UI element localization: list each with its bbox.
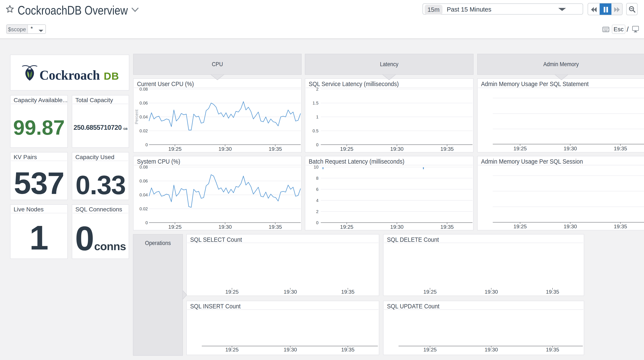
svg-text:0.04: 0.04	[139, 115, 148, 119]
svg-text:19:30: 19:30	[564, 224, 577, 229]
svg-text:19:25: 19:25	[225, 289, 238, 295]
svg-text:6: 6	[316, 187, 318, 192]
svg-text:19:25: 19:25	[168, 224, 182, 230]
svg-text:19:35: 19:35	[546, 347, 559, 353]
svg-text:19:30: 19:30	[564, 146, 577, 151]
svg-text:19:35: 19:35	[341, 347, 354, 353]
svg-text:19:25: 19:25	[514, 146, 527, 151]
svg-text:2: 2	[316, 209, 318, 214]
svg-text:19:25: 19:25	[168, 146, 182, 152]
svg-text:0: 0	[316, 220, 318, 225]
svg-text:19:30: 19:30	[284, 289, 297, 295]
svg-text:19:25: 19:25	[424, 347, 437, 353]
svg-text:19:30: 19:30	[218, 224, 232, 230]
svg-text:19:30: 19:30	[484, 347, 498, 353]
svg-text:19:25: 19:25	[340, 146, 353, 152]
svg-text:19:30: 19:30	[390, 146, 404, 152]
svg-text:19:30: 19:30	[218, 146, 232, 152]
svg-text:0.06: 0.06	[139, 101, 148, 105]
svg-text:19:25: 19:25	[340, 224, 353, 230]
svg-text:0.5: 0.5	[312, 128, 318, 133]
svg-text:0.04: 0.04	[139, 193, 148, 197]
svg-text:2: 2	[316, 87, 318, 91]
svg-text:0.08: 0.08	[139, 87, 148, 91]
svg-text:19:25: 19:25	[225, 347, 238, 353]
svg-text:0.02: 0.02	[139, 206, 148, 211]
svg-text:19:35: 19:35	[440, 224, 454, 230]
svg-text:19:35: 19:35	[268, 146, 282, 152]
svg-text:19:30: 19:30	[390, 224, 404, 230]
svg-text:19:25: 19:25	[514, 224, 527, 229]
svg-text:19:35: 19:35	[440, 146, 454, 152]
svg-text:0.02: 0.02	[139, 128, 148, 133]
svg-text:Percent: Percent	[134, 109, 139, 124]
svg-text:19:30: 19:30	[284, 347, 297, 353]
svg-text:8: 8	[316, 176, 318, 181]
svg-text:0.06: 0.06	[139, 179, 148, 183]
svg-text:19:25: 19:25	[424, 289, 437, 295]
svg-text:0: 0	[316, 142, 318, 147]
svg-text:10: 10	[314, 165, 318, 169]
svg-text:19:35: 19:35	[341, 289, 354, 295]
svg-text:19:35: 19:35	[614, 146, 627, 151]
svg-text:4: 4	[316, 198, 318, 203]
svg-text:1: 1	[316, 115, 318, 119]
svg-text:1.5: 1.5	[312, 101, 318, 105]
svg-text:19:30: 19:30	[484, 289, 498, 295]
svg-text:0: 0	[145, 142, 148, 147]
svg-text:0.08: 0.08	[139, 165, 148, 169]
svg-text:19:35: 19:35	[268, 224, 282, 230]
svg-text:0: 0	[145, 220, 148, 225]
svg-text:19:35: 19:35	[546, 289, 559, 295]
svg-text:19:35: 19:35	[614, 224, 627, 229]
